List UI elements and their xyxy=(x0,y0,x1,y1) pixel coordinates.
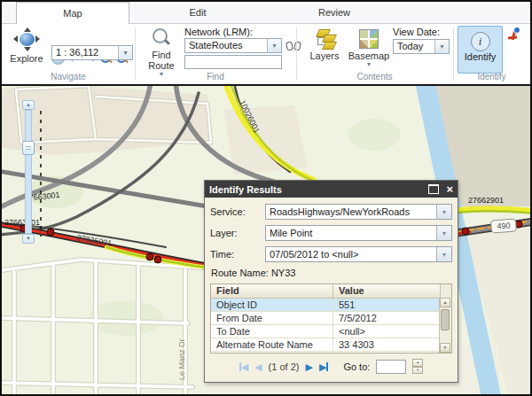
value-cell: 551 xyxy=(333,299,451,311)
scale-combobox[interactable]: 1 : 36,112 ▾ xyxy=(51,45,133,60)
layers-button[interactable]: Layers xyxy=(303,28,346,76)
table-header-value: Value xyxy=(333,284,440,298)
dropdown-arrow-icon: ▾ xyxy=(442,229,446,237)
network-value: StateRoutes xyxy=(185,39,267,52)
scale-dropdown-button[interactable]: ▾ xyxy=(118,46,132,59)
dropdown-arrow-icon: ▾ xyxy=(442,208,446,216)
time-dropdown-button[interactable]: ▾ xyxy=(436,247,451,261)
goto-spinner-down[interactable]: ▼ xyxy=(412,367,423,375)
view-date-combobox[interactable]: Today ▾ xyxy=(393,39,450,54)
page-next-button[interactable]: ▶ xyxy=(305,361,312,373)
table-row[interactable]: Object ID 551 xyxy=(211,299,451,312)
table-row[interactable]: From Date 7/5/2012 xyxy=(211,312,451,325)
basemap-icon xyxy=(359,29,379,49)
page-prev-button[interactable]: ◀ xyxy=(254,361,262,373)
value-cell: 7/5/2012 xyxy=(333,312,451,324)
last-page-icon: ▶ xyxy=(319,361,326,372)
network-combobox[interactable]: StateRoutes ▾ xyxy=(184,38,282,53)
identify-results-dialog: Identify Results × Service: RoadsHighway… xyxy=(204,180,458,383)
zoom-slider-down-button[interactable]: ▼ xyxy=(22,234,35,244)
goto-spinner: ▲ ▼ xyxy=(412,359,423,374)
table-row[interactable]: Alternate Route Name 33 4303 xyxy=(211,338,451,352)
route-name-row: Route Name: NY33 xyxy=(211,268,452,278)
layer-dropdown-button[interactable]: ▾ xyxy=(436,226,451,240)
dropdown-arrow-icon: ▾ xyxy=(272,42,276,50)
table-row[interactable]: To Date <null> xyxy=(211,325,451,338)
time-label: Time: xyxy=(210,249,265,260)
scroll-up-button[interactable]: ▲ xyxy=(440,298,450,307)
map-canvas[interactable]: 490 27663001 27663101 27825001 10026001 … xyxy=(2,84,530,396)
maximize-button[interactable] xyxy=(428,184,439,194)
goto-spinner-up[interactable]: ▲ xyxy=(412,359,423,367)
scroll-down-button[interactable]: ▼ xyxy=(440,343,450,353)
dialog-body: Service: RoadsHighways/NewYorkRoads ▾ La… xyxy=(205,198,458,374)
identify-launcher-icon[interactable] xyxy=(507,28,520,41)
explore-button[interactable]: Explore xyxy=(5,27,48,72)
svg-text:490: 490 xyxy=(497,221,511,230)
goto-input[interactable] xyxy=(376,360,406,374)
value-cell: <null> xyxy=(333,325,451,338)
basemap-button[interactable]: Basemap ▾ xyxy=(347,28,391,76)
network-lrm-label: Network (LRM): xyxy=(184,27,253,37)
contents-group-label: Contents xyxy=(296,72,453,82)
table-header-spacer xyxy=(440,284,451,298)
route-input[interactable] xyxy=(184,55,282,69)
map-zoom-slider[interactable]: ▲ ▼ xyxy=(22,100,35,244)
close-button[interactable]: × xyxy=(446,184,453,195)
route-shield-490: 490 xyxy=(491,219,517,233)
network-dropdown-button[interactable]: ▾ xyxy=(267,39,281,52)
service-value: RoadsHighways/NewYorkRoads xyxy=(266,205,436,219)
ribbon: Explore ← → + − 1 : 36,112 ▾ Navigate Fi… xyxy=(2,24,530,84)
layers-label: Layers xyxy=(309,50,339,61)
layer-label: Layer: xyxy=(210,228,265,238)
street-name-label: Le Manz Dr xyxy=(177,338,186,380)
time-value: 07/05/2012 to <null> xyxy=(266,247,436,261)
explore-label: Explore xyxy=(10,53,43,64)
dropdown-arrow-icon: ▾ xyxy=(123,49,127,57)
dialog-title: Identify Results xyxy=(209,184,428,195)
field-cell: To Date xyxy=(211,325,333,338)
value-cell: 33 4303 xyxy=(333,338,451,351)
navigate-group-label: Navigate xyxy=(2,72,135,82)
page-last-button[interactable]: ▶ xyxy=(319,361,328,373)
find-group-label: Find xyxy=(135,72,296,82)
time-combobox[interactable]: 07/05/2012 to <null> ▾ xyxy=(265,246,452,262)
results-table: Field Value Object ID 551 From Date 7/5/… xyxy=(210,283,452,353)
tab-review[interactable]: Review xyxy=(266,2,403,23)
zoom-slider-handle[interactable] xyxy=(22,141,35,155)
zoom-slider-track[interactable] xyxy=(25,110,32,234)
page-indicator: (1 of 2) xyxy=(269,361,300,372)
view-date-value: Today xyxy=(394,40,434,53)
first-page-icon: ◀ xyxy=(241,361,248,372)
table-scrollbar[interactable]: ▲ ▼ xyxy=(439,298,451,353)
page-first-button[interactable]: ◀ xyxy=(239,361,248,373)
layers-icon xyxy=(314,29,335,49)
ribbon-tabbar: Map Edit Review xyxy=(2,2,530,24)
service-dropdown-button[interactable]: ▾ xyxy=(436,205,451,219)
identify-icon: i xyxy=(471,32,490,51)
find-route-label-1: Find xyxy=(152,50,170,60)
magnifier-icon xyxy=(152,28,171,48)
zoom-slider-up-button[interactable]: ▲ xyxy=(22,100,35,110)
layer-combobox[interactable]: Mile Point ▾ xyxy=(265,225,452,241)
tab-edit[interactable]: Edit xyxy=(129,2,266,23)
route-name-label: Route Name: xyxy=(211,268,269,278)
dropdown-arrow-icon: ▾ xyxy=(440,43,443,50)
service-label: Service: xyxy=(210,206,265,217)
field-cell: Object ID xyxy=(211,299,333,311)
view-date-dropdown-button[interactable]: ▾ xyxy=(434,40,449,53)
field-cell: From Date xyxy=(211,312,333,324)
service-combobox[interactable]: RoadsHighways/NewYorkRoads ▾ xyxy=(265,204,452,220)
identify-button[interactable]: i Identify xyxy=(458,26,503,74)
pan-orb-icon xyxy=(13,28,40,51)
binoculars-search-button[interactable] xyxy=(286,40,301,50)
scale-value: 1 : 36,112 xyxy=(52,46,118,59)
basemap-caret-icon: ▾ xyxy=(367,61,371,67)
identify-group-label: Identify xyxy=(453,72,530,82)
route-name-value: NY33 xyxy=(271,268,296,278)
dialog-titlebar[interactable]: Identify Results × xyxy=(205,181,458,198)
dropdown-arrow-icon: ▾ xyxy=(442,251,446,259)
tab-map[interactable]: Map xyxy=(16,2,129,24)
scroll-thumb[interactable] xyxy=(441,309,450,330)
app-window: Map Edit Review Explore ← → + − 1 : 36,1… xyxy=(0,0,532,396)
